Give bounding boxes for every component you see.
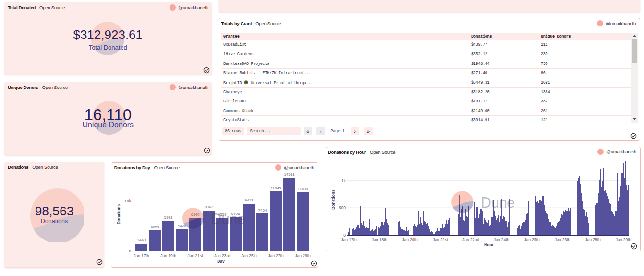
svg-text:Jan 17th: Jan 17th bbox=[134, 253, 149, 258]
svg-text:Jan 23rd: Jan 23rd bbox=[214, 253, 230, 258]
svg-text:Donations: Donations bbox=[331, 189, 336, 210]
svg-text:0: 0 bbox=[343, 233, 346, 238]
svg-text:10k: 10k bbox=[124, 198, 131, 203]
svg-text:Jan 26th: Jan 26th bbox=[555, 238, 571, 242]
svg-text:Jan 24th: Jan 24th bbox=[494, 238, 510, 242]
svg-text:6559: 6559 bbox=[218, 212, 227, 216]
svg-text:Hour: Hour bbox=[484, 242, 494, 247]
svg-text:Jan 29th: Jan 29th bbox=[295, 253, 311, 258]
svg-text:8047: 8047 bbox=[205, 205, 213, 209]
svg-text:4300: 4300 bbox=[178, 224, 186, 228]
svg-text:Jan 28th: Jan 28th bbox=[585, 238, 601, 242]
svg-text:Jan 25th: Jan 25th bbox=[241, 253, 257, 258]
svg-text:Jan 21st: Jan 21st bbox=[433, 238, 449, 242]
svg-text:6540: 6540 bbox=[191, 213, 200, 217]
svg-text:6706: 6706 bbox=[231, 212, 240, 216]
svg-text:Jan 22nd: Jan 22nd bbox=[462, 238, 479, 242]
svg-text:Jan 19th: Jan 19th bbox=[160, 253, 176, 258]
svg-text:Jan 25th: Jan 25th bbox=[524, 238, 540, 242]
svg-text:5938: 5938 bbox=[164, 215, 173, 220]
svg-text:Day: Day bbox=[217, 259, 225, 263]
svg-text:4059: 4059 bbox=[151, 225, 159, 229]
svg-text:11843: 11843 bbox=[271, 186, 281, 190]
svg-text:Donations: Donations bbox=[116, 204, 121, 224]
svg-text:14581: 14581 bbox=[284, 172, 295, 176]
svg-text:1k: 1k bbox=[341, 178, 346, 183]
svg-text:Jan 27th: Jan 27th bbox=[268, 253, 284, 258]
svg-text:1443: 1443 bbox=[137, 238, 146, 242]
svg-text:Dune: Dune bbox=[211, 210, 245, 226]
svg-text:7454: 7454 bbox=[258, 208, 267, 212]
svg-text:11680: 11680 bbox=[298, 187, 308, 191]
svg-text:Jan 18th: Jan 18th bbox=[372, 238, 388, 242]
svg-text:Jan 17th: Jan 17th bbox=[341, 238, 357, 242]
svg-text:Dune: Dune bbox=[481, 194, 515, 211]
svg-text:Jan 29th: Jan 29th bbox=[616, 238, 632, 242]
svg-text:0: 0 bbox=[129, 248, 131, 253]
svg-text:Jan 20th: Jan 20th bbox=[402, 238, 418, 242]
svg-text:Jan 21st: Jan 21st bbox=[188, 253, 204, 258]
svg-text:500: 500 bbox=[339, 205, 346, 210]
svg-text:9413: 9413 bbox=[245, 198, 254, 202]
